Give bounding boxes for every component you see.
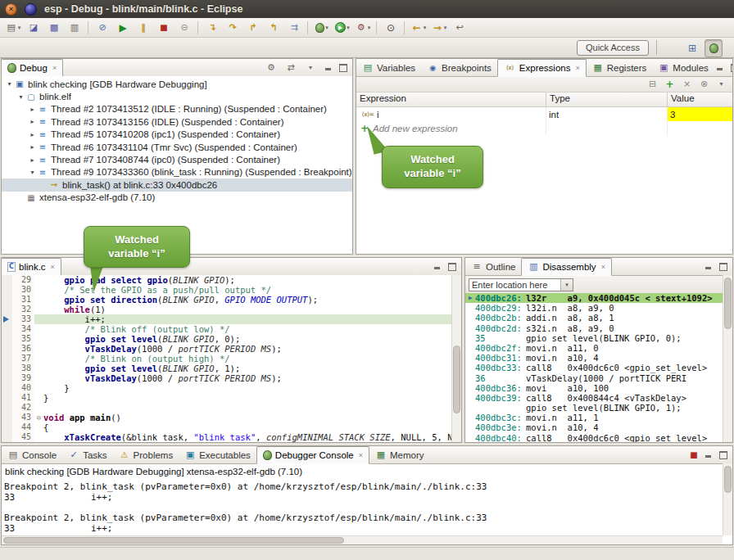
code-line[interactable]: 45 xTaskCreate(&blink_task, "blink_task"… <box>2 432 461 442</box>
maximize-button[interactable] <box>718 261 729 273</box>
debug-tree-item[interactable]: ▦xtensa-esp32-elf-gdb (7.10) <box>2 192 352 204</box>
add-expression-row[interactable]: +Add new expression <box>356 121 732 135</box>
code-line[interactable]: 42 <box>2 403 461 413</box>
disassembly-row[interactable]: 400dbc39:call8 0x400844c4 <vTaskDelay> <box>465 393 723 403</box>
scrollbar-thumb[interactable] <box>453 345 460 414</box>
minimize-button[interactable] <box>323 62 334 74</box>
disassembly-row[interactable]: 400dbc36:movi a10, 100 <box>465 383 723 393</box>
disassembly-row[interactable]: 400dbc2d:s32i.n a8, a9, 0 <box>465 323 723 333</box>
views-tab-modules[interactable]: ▣Modules <box>652 59 714 76</box>
open-perspective-button[interactable]: ⊞ <box>683 39 701 57</box>
disassembly-row[interactable]: ▶400dbc26:l32r a9, 0x400d045c <_stext+10… <box>465 293 723 303</box>
view-menu-button[interactable]: ▾ <box>301 59 319 77</box>
expression-row[interactable]: (x)=iint3 <box>356 107 732 121</box>
debug-tree-item[interactable]: ▸≡Thread #5 1073410208 (ipc1) (Suspended… <box>2 129 352 141</box>
code-line[interactable]: 43⊖void app_main() <box>2 413 461 422</box>
drop-to-frame-button[interactable]: ↰ <box>264 19 283 37</box>
print-button[interactable]: ▥ <box>65 19 84 37</box>
column-header-expression[interactable]: Expression <box>356 93 546 106</box>
disasm-tab-outline[interactable]: ≡Outline <box>465 258 521 275</box>
debug-button[interactable]: ▾ <box>312 19 332 37</box>
disassembly-row[interactable]: 400dbc31:movi.n a10, 4 <box>465 353 723 363</box>
disassembly-scrollbar[interactable] <box>723 275 732 442</box>
maximize-button[interactable] <box>718 449 729 461</box>
new-button[interactable]: ▤▾ <box>3 19 23 37</box>
debug-tree-item[interactable]: ▾▢blink.elf <box>2 90 352 102</box>
code-line[interactable]: 33 i++; <box>2 314 461 324</box>
chevron-down-icon[interactable]: ▾ <box>560 279 573 291</box>
scrollbar-thumb[interactable] <box>3 537 344 544</box>
close-icon[interactable]: × <box>601 263 605 271</box>
debug-tree-item[interactable]: ▸≡Thread #3 1073413156 (IDLE) (Suspended… <box>2 115 352 128</box>
code-line[interactable]: 40 } <box>2 383 461 393</box>
tree-closed-arrow-icon[interactable]: ▸ <box>28 131 37 138</box>
disasm-tab-disassembly[interactable]: ▥Disassembly× <box>521 258 611 276</box>
remove-expression-button[interactable]: × <box>679 77 695 92</box>
last-edit-location-button[interactable]: ↩ <box>450 19 469 37</box>
tree-open-arrow-icon[interactable]: ▾ <box>16 93 25 101</box>
suspend-button[interactable]: ‖ <box>134 19 153 37</box>
console-scrollbar[interactable] <box>723 463 732 535</box>
code-line[interactable]: 32 while(1) <box>2 305 461 314</box>
save-button[interactable]: ◪ <box>24 19 43 37</box>
console-tab-executables[interactable]: ▣Executables <box>179 446 256 463</box>
console-tab-tasks[interactable]: ✓Tasks <box>62 446 112 463</box>
disassembly-row[interactable]: 400dbc3e:movi.n a10, 4 <box>465 422 723 432</box>
tree-closed-arrow-icon[interactable]: ▸ <box>28 156 37 164</box>
console-output[interactable]: Breakpoint 2, blink_task (pvParameter=0x… <box>2 482 723 535</box>
tree-open-arrow-icon[interactable]: ▾ <box>5 80 14 88</box>
scrollbar-thumb[interactable] <box>724 466 732 493</box>
new-watch-expression-button[interactable]: + <box>662 77 677 92</box>
editor-tab-blink-c[interactable]: blink.c× <box>2 258 61 276</box>
close-icon[interactable]: × <box>52 64 57 72</box>
debug-tree-item[interactable]: →blink_task() at blink.c:33 0x400dbc26 <box>2 178 352 191</box>
column-header-value[interactable]: Value <box>668 93 732 106</box>
scrollbar-thumb[interactable] <box>724 278 732 329</box>
code-line[interactable]: 41} <box>2 393 461 403</box>
views-tab-registers[interactable]: ▦Registers <box>587 59 653 76</box>
console-tab-problems[interactable]: ⚠Problems <box>113 446 179 463</box>
disconnect-button[interactable]: ⊝ <box>174 19 194 37</box>
run-button[interactable]: ▶▾ <box>333 19 352 37</box>
minimize-button[interactable] <box>432 261 443 273</box>
console-horizontal-scrollbar[interactable] <box>2 535 723 544</box>
column-header-type[interactable]: Type <box>546 93 668 106</box>
collapse-all-button[interactable]: ⊟ <box>645 77 660 92</box>
disassembly-row[interactable]: 36vTaskDelay(1000 / portTICK_PERI <box>465 373 723 383</box>
disassembly-row[interactable]: gpio_set_level(BLINK_GPIO, 1); <box>465 403 723 413</box>
search-button[interactable]: ⊙ <box>381 19 401 37</box>
debug-tab-debug[interactable]: Debug× <box>2 59 63 77</box>
close-icon[interactable]: × <box>575 64 579 72</box>
quick-access-button[interactable]: Quick Access <box>577 40 649 56</box>
step-into-button[interactable]: ↴ <box>202 19 222 37</box>
code-line[interactable]: 29 gpio_pad_select_gpio(BLINK_GPIO); <box>2 275 461 285</box>
fold-collapse-icon[interactable]: ⊖ <box>34 413 43 422</box>
terminate-console-button[interactable]: ■ <box>688 449 700 461</box>
disassembly-row[interactable]: 400dbc33:call8 0x400dc6c0 <gpio_set_leve… <box>465 363 723 373</box>
code-line[interactable]: 30 /* Set the GPIO as a push/pull output… <box>2 285 461 295</box>
console-tab-console[interactable]: ▤Console <box>2 446 62 463</box>
console-tab-memory[interactable]: ▦Memory <box>369 446 430 463</box>
console-tab-debugger-console[interactable]: Debugger Console× <box>256 446 369 464</box>
instruction-stepping-button[interactable]: ⇉ <box>284 19 304 37</box>
step-over-button[interactable]: ↷ <box>223 19 242 37</box>
debug-tree-item[interactable]: ▸≡Thread #2 1073413512 (IDLE : Running) … <box>2 103 352 115</box>
code-line[interactable]: 44{ <box>2 422 461 432</box>
editor-scrollbar[interactable] <box>451 275 461 442</box>
debug-tree-item[interactable]: ▾▣blink checking [GDB Hardware Debugging… <box>2 78 352 90</box>
remove-all-expressions-button[interactable]: ⊗ <box>696 77 712 92</box>
disassembly-row[interactable]: 35gpio_set_level(BLINK_GPIO, 0); <box>465 333 723 343</box>
minimize-button[interactable] <box>714 62 726 74</box>
minimize-button[interactable] <box>703 261 714 273</box>
code-line[interactable]: 34 /* Blink off (output low) */ <box>2 324 461 334</box>
code-line[interactable]: 39 vTaskDelay(1000 / portTICK_PERIOD_MS)… <box>2 373 461 383</box>
terminate-button[interactable]: ■ <box>154 19 174 37</box>
code-line[interactable]: 36 vTaskDelay(1000 / portTICK_PERIOD_MS)… <box>2 344 461 354</box>
resume-button[interactable]: ▶ <box>113 19 133 37</box>
view-menu-button[interactable]: ▾ <box>714 77 729 92</box>
minimize-button[interactable] <box>703 449 714 461</box>
forward-button[interactable]: →▾ <box>429 19 449 37</box>
code-editor[interactable]: 29 gpio_pad_select_gpio(BLINK_GPIO);30 /… <box>2 275 461 442</box>
back-button[interactable]: ←▾ <box>409 19 428 37</box>
disassembly-row[interactable]: 400dbc3c:movi.n a11, 1 <box>465 413 723 422</box>
